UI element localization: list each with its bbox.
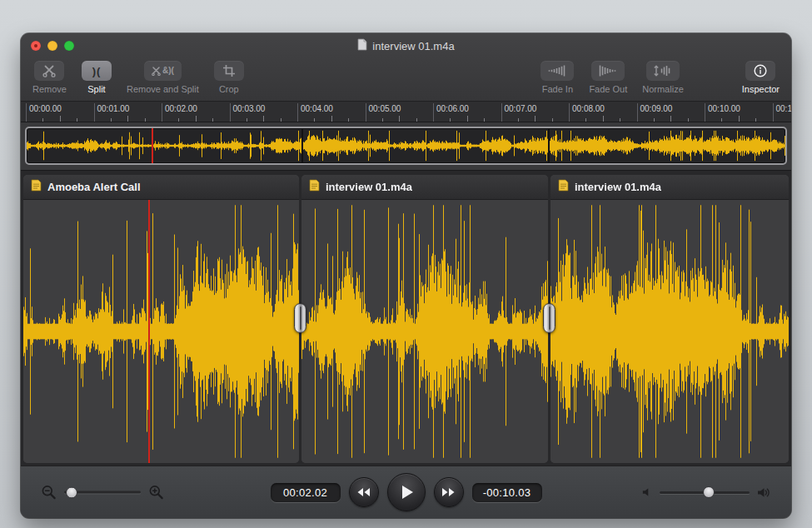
clip-panel-1: Amoeba Alert Call [23, 175, 299, 463]
ruler-tick [721, 118, 722, 122]
forward-button[interactable] [434, 477, 464, 507]
ruler-tick [416, 118, 417, 122]
clip-waveform-area[interactable] [550, 200, 789, 463]
fade-in-button[interactable]: Fade In [541, 61, 574, 94]
ruler-tick [433, 103, 434, 122]
remove-button[interactable]: Remove [32, 61, 67, 94]
clip-header[interactable]: interview 01.m4a [550, 175, 789, 200]
forward-icon [441, 487, 456, 497]
volume-high-button[interactable] [757, 487, 771, 498]
volume-slider-knob[interactable] [703, 486, 715, 498]
remaining-time-display: -00:10.03 [472, 483, 542, 502]
transport-bar: 00:02.02 -00:10.03 [21, 466, 791, 518]
ruler-tick [60, 116, 61, 122]
ruler-tick [145, 118, 146, 122]
ruler-tick [314, 118, 315, 122]
volume-low-button[interactable] [642, 487, 652, 497]
audio-file-icon [31, 179, 42, 195]
clip-header[interactable]: interview 01.m4a [301, 175, 548, 200]
clip-header[interactable]: Amoeba Alert Call [23, 175, 299, 200]
ruler-tick [111, 118, 112, 122]
ruler-time-label: 00:02.00 [165, 104, 197, 113]
ruler-tick [196, 116, 197, 122]
ruler-tick [366, 103, 366, 122]
zoom-slider-knob[interactable] [66, 486, 77, 498]
split-handle[interactable] [543, 303, 555, 333]
speaker-loud-icon [757, 487, 771, 498]
fade-in-bars-icon [541, 61, 574, 81]
ruler-time-label: 00:06.00 [436, 104, 469, 113]
titlebar: interview 01.m4a [21, 33, 791, 58]
scissors-and-brackets-icon: &)( [144, 61, 182, 81]
clip-waveform-area[interactable] [301, 200, 548, 463]
minimize-button[interactable] [47, 41, 57, 51]
clip-panel-2: interview 01.m4a [301, 175, 548, 463]
split-button[interactable]: )( Split [82, 61, 112, 94]
clip-title: interview 01.m4a [575, 181, 661, 193]
ruler-tick [484, 118, 485, 122]
remove-and-split-button[interactable]: &)( Remove and Split [127, 61, 199, 94]
overview-strip[interactable] [25, 127, 787, 165]
ruler-tick [382, 118, 383, 122]
info-circle-icon [745, 61, 775, 81]
clip-title: interview 01.m4a [326, 181, 412, 193]
ruler-tick [467, 116, 468, 122]
clip-title: Amoeba Alert Call [47, 181, 141, 193]
crop-marks-icon [214, 61, 244, 81]
ruler-tick [450, 118, 451, 122]
overview-band [21, 122, 791, 171]
normalize-arrows-icon [646, 61, 680, 81]
split-handle[interactable] [294, 303, 306, 333]
ruler-tick [535, 116, 536, 122]
playback-controls: 00:02.02 -00:10.03 [271, 473, 542, 511]
volume-controls [642, 486, 771, 499]
fade-out-button[interactable]: Fade Out [589, 61, 627, 94]
toolbar: Remove )( Split &)( Remove and Split C [21, 58, 791, 102]
ruler-time-label: 00:03.00 [233, 104, 266, 113]
overview-playhead [152, 128, 153, 163]
ruler-tick [603, 116, 604, 122]
ruler-tick [620, 118, 620, 122]
play-button[interactable] [387, 473, 426, 511]
ruler-tick [247, 118, 247, 122]
split-brackets-icon: )( [82, 61, 112, 81]
document-icon [357, 38, 367, 53]
inspector-button[interactable]: Inspector [742, 61, 780, 94]
ruler-time-label: 00:10.00 [708, 104, 740, 113]
ruler-tick [77, 118, 77, 122]
normalize-button[interactable]: Normalize [642, 61, 684, 94]
window-controls [31, 41, 74, 51]
timeline-ruler[interactable]: 00:00.0000:01.0000:02.0000:03.0000:04.00… [21, 102, 791, 122]
volume-slider[interactable] [660, 486, 750, 499]
close-button[interactable] [31, 41, 41, 51]
ruler-tick [755, 118, 756, 122]
ruler-tick [162, 103, 162, 122]
zoom-window-button[interactable] [64, 41, 74, 51]
ruler-tick [297, 103, 298, 122]
ruler-time-label: 00:11.00 [776, 104, 792, 113]
clip-waveform-area[interactable] [23, 200, 299, 463]
clips-area: Amoeba Alert Call interview 01.m4a inter… [21, 171, 791, 466]
window-title-area: interview 01.m4a [357, 38, 454, 53]
overview-waveform [27, 128, 785, 163]
ruler-tick [518, 118, 519, 122]
fade-out-bars-icon [591, 61, 625, 81]
magnifier-plus-icon [148, 485, 164, 501]
rewind-button[interactable] [349, 477, 379, 507]
clip-waveform [550, 200, 789, 463]
clip-waveform [23, 200, 299, 463]
clip-waveform [301, 200, 548, 463]
zoom-out-button[interactable] [41, 485, 57, 501]
magnifier-minus-icon [41, 485, 57, 501]
zoom-slider[interactable] [64, 486, 141, 499]
scissors-x-icon [34, 61, 64, 81]
zoom-in-button[interactable] [148, 485, 164, 501]
ruler-time-label: 00:07.00 [505, 104, 537, 113]
ruler-tick [42, 118, 43, 122]
unsaved-dot [34, 44, 37, 47]
zoom-controls [41, 485, 164, 501]
crop-button[interactable]: Crop [214, 61, 244, 94]
ruler-tick [739, 116, 740, 122]
ruler-tick [637, 103, 638, 122]
ruler-tick [212, 118, 213, 122]
